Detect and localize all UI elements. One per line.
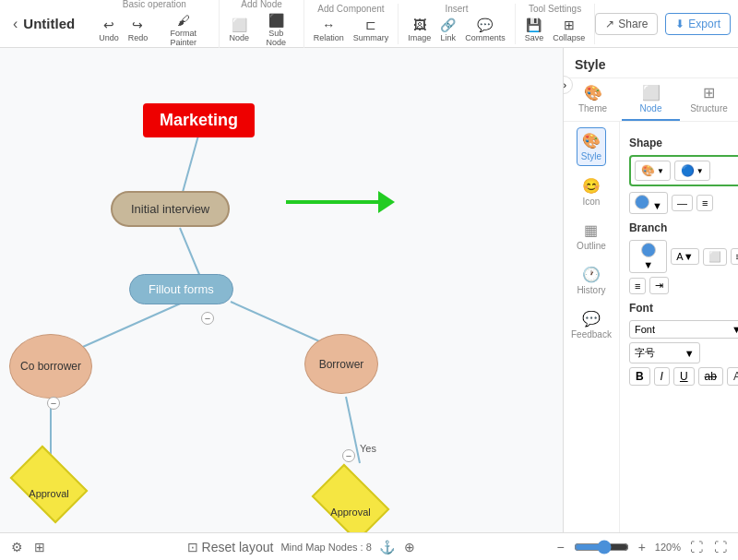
image-button[interactable]: 🖼Image (404, 16, 434, 44)
icon-icon: 😊 (582, 177, 601, 195)
tab-structure[interactable]: ⊞ Structure (680, 78, 738, 121)
theme-icon: 🎨 (584, 84, 602, 101)
underline-button[interactable]: U (673, 367, 695, 386)
tab-node[interactable]: ⬜ Node (622, 78, 680, 121)
toolbar-label-basic: Basic operation (123, 0, 186, 9)
redo-button[interactable]: ↪Redo (125, 16, 152, 44)
side-icon-history[interactable]: 🕐 History (573, 262, 609, 299)
format-painter-button[interactable]: 🖌Format Painter (153, 11, 213, 49)
branch-spacing-button[interactable]: ≡ (629, 278, 646, 294)
branch-text-button[interactable]: A▼ (671, 248, 698, 265)
nodes-info-label: Mind Map Nodes : 8 (280, 542, 371, 553)
toolbar-icons-tool-settings: 💾Save ⊞Collapse (521, 16, 589, 44)
fill-color-button[interactable]: ▼ (629, 192, 668, 214)
fullscreen-button[interactable]: ⛶ (712, 538, 729, 556)
tab-structure-label: Structure (690, 103, 728, 113)
font-family-dropdown-icon: ▼ (732, 324, 738, 335)
sub-node-button[interactable]: ⬛Sub Node (255, 11, 298, 49)
bold-button[interactable]: B (629, 367, 650, 386)
grid-icon-button[interactable]: ⊞ (32, 538, 47, 556)
canvas[interactable]: Marketing Initial interview Fillout form… (0, 48, 563, 532)
font-family-label: Font (635, 324, 655, 335)
link-button[interactable]: 🔗Link (436, 16, 459, 44)
export-button[interactable]: ⬇ Export (665, 13, 731, 35)
status-center: ⊡ Reset layout Mind Map Nodes : 8 ⚓ ⊕ (185, 538, 417, 556)
panel-tabs: 🎨 Theme ⬜ Node ⊞ Structure (564, 78, 738, 122)
font-family-select[interactable]: Font ▼ (629, 320, 738, 339)
node-marketing[interactable]: Marketing (143, 103, 255, 137)
share-label: Share (618, 18, 648, 30)
side-icons: 🎨 Style 😊 Icon ▦ Outline 🕐 History 💬 (564, 122, 620, 532)
toolbar-group-insert: Insert 🖼Image 🔗Link 💬Comments (399, 4, 516, 44)
side-icon-history-label: History (577, 285, 605, 295)
anchor-icon-button[interactable]: ⚓ (377, 538, 397, 556)
zoom-slider[interactable] (574, 540, 629, 554)
undo-button[interactable]: ↩Undo (95, 16, 123, 44)
panel-title: Style (575, 57, 605, 72)
style-row-1: ▼ — ≡ (629, 192, 738, 214)
branch-fill-button[interactable]: ▼ (629, 240, 667, 273)
node-initial-interview[interactable]: Initial interview (111, 191, 230, 227)
toolbar-icons-add-component: ↔Relation ⊏Summary (310, 16, 393, 44)
italic-button[interactable]: I (654, 367, 670, 386)
reset-layout-button[interactable]: ⊡ Reset layout (185, 538, 276, 556)
settings-icon-button[interactable]: ⚙ (9, 538, 25, 556)
toolbar-group-add-node: Add Node ⬜Node ⬛Sub Node (220, 0, 304, 49)
back-button[interactable]: ‹ (7, 12, 23, 36)
font-size-label: 字号 (635, 346, 655, 360)
font-size-dropdown-icon: ▼ (684, 348, 695, 359)
zoom-in-button[interactable]: + (637, 538, 648, 556)
branch-indent-button[interactable]: ⇥ (649, 277, 669, 294)
reset-icon: ⊡ (187, 540, 198, 554)
collapse-button[interactable]: ⊞Collapse (549, 16, 589, 44)
font-color-button[interactable]: A (727, 367, 738, 386)
summary-button[interactable]: ⊏Summary (350, 16, 393, 44)
fit-screen-button[interactable]: ⛶ (688, 538, 705, 556)
minus-dot-fillout[interactable]: − (201, 312, 214, 325)
font-format-row: B I U ab A (629, 367, 738, 386)
side-icon-outline[interactable]: ▦ Outline (573, 218, 610, 255)
minus-dot-coborrower[interactable]: − (47, 397, 60, 410)
main-content: Marketing Initial interview Fillout form… (0, 48, 738, 532)
node-approval-right[interactable]: Approval (318, 480, 383, 532)
font-size-select[interactable]: 字号 ▼ (629, 342, 700, 363)
shape-select-button[interactable]: 🎨 ▼ (635, 161, 671, 181)
zoom-level-label: 120% (655, 542, 681, 553)
status-bar: ⚙ ⊞ ⊡ Reset layout Mind Map Nodes : 8 ⚓ … (0, 532, 738, 560)
branch-row-1: ▼ A▼ ⬜ ≡ (629, 240, 738, 273)
branch-fill-dot (641, 243, 656, 257)
panel-content: Shape 🎨 ▼ 🔵 ▼ ▼ (620, 122, 738, 532)
node-approval-left[interactable]: Approval (17, 461, 81, 526)
style-icon: 🎨 (582, 132, 601, 149)
save-button[interactable]: 💾Save (521, 16, 548, 44)
toolbar-label-tool-settings: Tool Settings (529, 4, 581, 14)
add-icon-button[interactable]: ⊕ (402, 538, 417, 556)
minus-dot-borrower[interactable]: − (342, 449, 355, 462)
branch-fill-dropdown: ▼ (643, 259, 653, 270)
side-icon-outline-label: Outline (577, 241, 606, 251)
reset-layout-label: Reset layout (202, 540, 274, 554)
node-borrower[interactable]: Borrower (304, 334, 378, 394)
fill-color-dot (635, 195, 649, 209)
branch-align-button[interactable]: ≡ (731, 248, 738, 265)
node-fillout-forms[interactable]: Fillout forms (129, 274, 233, 304)
node-co-borrower[interactable]: Co borrower (9, 334, 92, 399)
dash-style-button[interactable]: ≡ (696, 195, 713, 211)
relation-button[interactable]: ↔Relation (310, 16, 348, 44)
toolbar-label-add-node: Add Node (241, 0, 281, 9)
line-style-button[interactable]: — (672, 195, 693, 211)
side-icon-feedback[interactable]: 💬 Feedback (567, 306, 615, 343)
node-button[interactable]: ⬜Node (225, 16, 253, 44)
branch-border-button[interactable]: ⬜ (703, 248, 727, 266)
side-icon-style[interactable]: 🎨 Style (577, 127, 606, 166)
tab-theme-label: Theme (578, 103, 607, 113)
shape-style-button[interactable]: 🔵 ▼ (674, 161, 710, 181)
share-button[interactable]: ↗ Share (595, 13, 658, 35)
strikethrough-button[interactable]: ab (698, 367, 723, 386)
comments-button[interactable]: 💬Comments (461, 16, 509, 44)
toolbar-icons-add-node: ⬜Node ⬛Sub Node (225, 11, 297, 49)
history-icon: 🕐 (582, 266, 601, 283)
toolbar-label-add-component: Add Component (317, 4, 384, 14)
zoom-out-button[interactable]: − (554, 538, 565, 556)
side-icon-icon[interactable]: 😊 Icon (578, 173, 604, 210)
